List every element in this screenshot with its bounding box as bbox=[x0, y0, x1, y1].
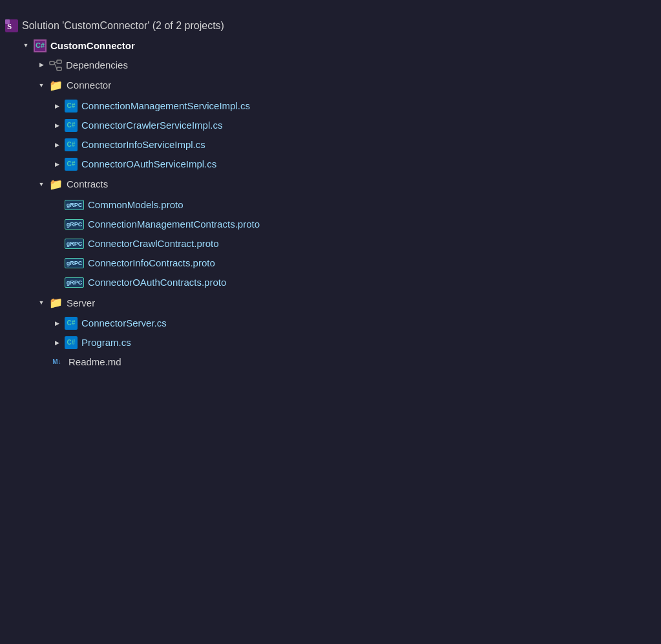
connector-folder-row[interactable]: 📁 Connector bbox=[0, 75, 661, 96]
dependencies-label: Dependencies bbox=[66, 58, 128, 73]
csharp-server-icon-2: C# bbox=[65, 336, 78, 349]
dependencies-row[interactable]: Dependencies bbox=[0, 56, 661, 75]
csharp-file-icon-4: C# bbox=[65, 158, 78, 171]
svg-rect-5 bbox=[57, 67, 61, 70]
server-file-2: Program.cs bbox=[81, 335, 131, 350]
csharp-project-icon: C# bbox=[34, 39, 47, 52]
server-folder-icon: 📁 bbox=[49, 294, 63, 312]
server-chevron bbox=[36, 298, 47, 308]
connector-file-1: ConnectionManagementServiceImpl.cs bbox=[81, 98, 250, 114]
svg-line-7 bbox=[54, 63, 57, 69]
proto-file-2: ConnectionManagementContracts.proto bbox=[88, 217, 260, 232]
file-chevron-3 bbox=[52, 140, 62, 150]
proto-file-3: ConnectorCrawlContract.proto bbox=[88, 236, 219, 252]
list-item[interactable]: C# ConnectorOAuthServiceImpl.cs bbox=[0, 155, 661, 174]
contracts-folder-label: Contracts bbox=[67, 177, 108, 192]
project-row[interactable]: C# CustomConnector bbox=[0, 36, 661, 56]
contracts-folder-row[interactable]: 📁 Contracts bbox=[0, 174, 661, 195]
server-folder-label: Server bbox=[67, 295, 95, 311]
svg-rect-3 bbox=[50, 61, 54, 65]
dependencies-chevron bbox=[36, 60, 47, 70]
markdown-icon: M↓ bbox=[49, 356, 65, 368]
csharp-file-icon-1: C# bbox=[65, 100, 78, 113]
grpc-icon-4: gRPC bbox=[65, 258, 84, 268]
list-item[interactable]: gRPC ConnectorOAuthContracts.proto bbox=[0, 273, 661, 292]
file-chevron-2 bbox=[52, 120, 62, 131]
project-label: CustomConnector bbox=[50, 38, 135, 54]
proto-file-5: ConnectorOAuthContracts.proto bbox=[88, 275, 226, 290]
file-chevron-4 bbox=[52, 159, 62, 169]
grpc-icon-5: gRPC bbox=[65, 277, 84, 288]
server-folder-row[interactable]: 📁 Server bbox=[0, 292, 661, 314]
list-item[interactable]: C# Program.cs bbox=[0, 333, 661, 352]
csharp-file-icon-2: C# bbox=[65, 119, 78, 132]
solution-explorer: S Solution 'CustomConnector' (2 of 2 pro… bbox=[0, 10, 661, 377]
list-item[interactable]: gRPC ConnectorCrawlContract.proto bbox=[0, 234, 661, 253]
readme-row[interactable]: M↓ Readme.md bbox=[0, 352, 661, 372]
contracts-folder-icon: 📁 bbox=[49, 176, 63, 193]
grpc-icon-3: gRPC bbox=[65, 239, 84, 249]
list-item[interactable]: gRPC ConnectorInfoContracts.proto bbox=[0, 253, 661, 273]
list-item[interactable]: C# ConnectorCrawlerServiceImpl.cs bbox=[0, 116, 661, 135]
list-item[interactable]: C# ConnectorServer.cs bbox=[0, 314, 661, 333]
server-file-1: ConnectorServer.cs bbox=[81, 316, 167, 331]
grpc-icon-2: gRPC bbox=[65, 219, 84, 230]
connector-folder-icon: 📁 bbox=[49, 77, 63, 94]
grpc-icon-1: gRPC bbox=[65, 200, 84, 210]
connector-file-4: ConnectorOAuthServiceImpl.cs bbox=[81, 156, 216, 172]
project-chevron bbox=[21, 41, 31, 51]
solution-row[interactable]: S Solution 'CustomConnector' (2 of 2 pro… bbox=[0, 16, 661, 36]
list-item[interactable]: C# ConnectionManagementServiceImpl.cs bbox=[0, 96, 661, 116]
server-file-chevron-2 bbox=[52, 338, 62, 348]
csharp-file-icon-3: C# bbox=[65, 138, 78, 151]
svg-rect-4 bbox=[57, 60, 61, 63]
solution-label: Solution 'CustomConnector' (2 of 2 proje… bbox=[22, 17, 224, 34]
contracts-chevron bbox=[36, 179, 47, 189]
proto-file-4: ConnectorInfoContracts.proto bbox=[88, 255, 215, 271]
connector-folder-label: Connector bbox=[67, 78, 111, 93]
dependencies-icon bbox=[49, 59, 62, 71]
readme-label: Readme.md bbox=[68, 354, 121, 370]
solution-icon: S bbox=[5, 19, 18, 32]
connector-file-3: ConnectorInfoServiceImpl.cs bbox=[81, 137, 205, 153]
list-item[interactable]: gRPC CommonModels.proto bbox=[0, 195, 661, 215]
connector-chevron bbox=[36, 80, 47, 91]
server-file-chevron-1 bbox=[52, 318, 62, 328]
proto-file-1: CommonModels.proto bbox=[88, 197, 184, 213]
csharp-server-icon-1: C# bbox=[65, 317, 78, 330]
file-chevron-1 bbox=[52, 101, 62, 111]
connector-file-2: ConnectorCrawlerServiceImpl.cs bbox=[81, 118, 222, 133]
svg-rect-2 bbox=[5, 19, 10, 24]
list-item[interactable]: gRPC ConnectionManagementContracts.proto bbox=[0, 215, 661, 234]
list-item[interactable]: C# ConnectorInfoServiceImpl.cs bbox=[0, 135, 661, 155]
